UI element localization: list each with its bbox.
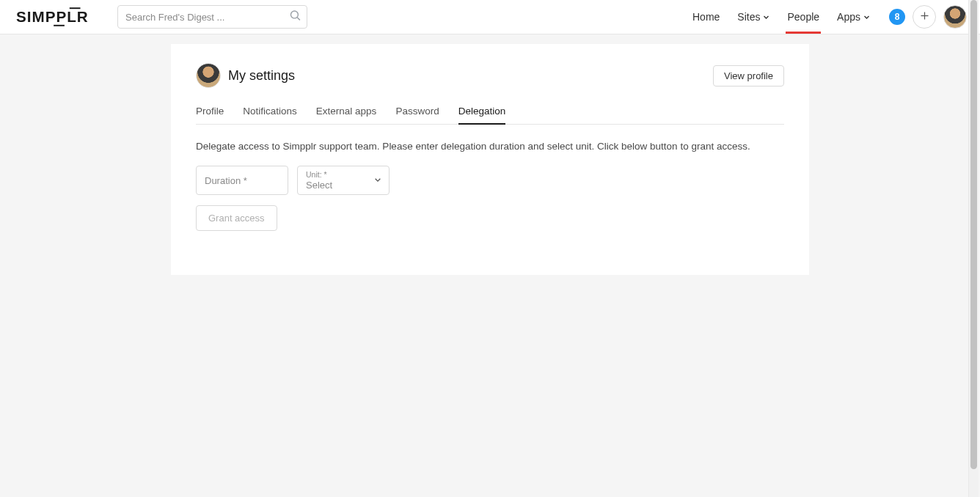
tab-external-apps[interactable]: External apps [316,100,377,124]
unit-select[interactable]: Unit: * Select [297,166,390,195]
search-input[interactable] [117,5,307,29]
user-avatar-menu[interactable] [943,5,967,29]
chevron-down-icon [763,11,769,23]
svg-line-4 [297,18,300,21]
top-navigation-bar: SIMPPLR Home Sites People Apps [0,0,980,34]
nav-home-label: Home [692,11,720,23]
nav-sites-label: Sites [737,11,760,23]
nav-apps[interactable]: Apps [828,0,879,34]
chevron-down-icon [374,175,381,186]
page-body: My settings View profile Profile Notific… [0,34,980,497]
nav-apps-label: Apps [837,11,860,23]
profile-avatar [196,63,221,88]
search-container [117,5,307,29]
settings-header: My settings View profile [196,63,784,88]
delegation-form-row: Duration * Unit: * Select [196,166,784,195]
settings-card: My settings View profile Profile Notific… [171,44,809,275]
brand-logo[interactable]: SIMPPLR [16,5,103,29]
chevron-down-icon [863,11,870,23]
view-profile-button[interactable]: View profile [713,65,784,86]
svg-text:SIMPPLR: SIMPPLR [16,8,89,25]
nav-sites[interactable]: Sites [728,0,778,34]
duration-label: Duration * [205,175,247,186]
plus-icon [919,10,930,24]
duration-input[interactable]: Duration * [196,166,288,195]
add-button[interactable] [913,5,936,29]
settings-tabs: Profile Notifications External apps Pass… [196,100,784,125]
unit-label: Unit: * [306,170,327,180]
svg-point-3 [290,11,298,18]
page-title: My settings [228,68,295,84]
scrollbar-track[interactable] [968,0,979,497]
unit-value: Select [306,180,332,191]
notification-count: 8 [895,12,900,22]
nav-home[interactable]: Home [684,0,728,34]
tab-profile[interactable]: Profile [196,100,224,124]
nav-people[interactable]: People [778,0,828,34]
tab-password[interactable]: Password [395,100,439,124]
notification-badge[interactable]: 8 [889,9,905,25]
simpplr-logo-svg: SIMPPLR [16,5,103,29]
nav-people-label: People [787,11,819,23]
scrollbar-thumb[interactable] [970,0,977,469]
grant-access-button[interactable]: Grant access [196,205,277,231]
tab-delegation[interactable]: Delegation [458,100,506,124]
delegation-description: Delegate access to Simpplr support team.… [196,139,784,154]
search-icon[interactable] [289,10,301,25]
tab-notifications[interactable]: Notifications [243,100,297,124]
primary-nav: Home Sites People Apps 8 [684,0,967,34]
